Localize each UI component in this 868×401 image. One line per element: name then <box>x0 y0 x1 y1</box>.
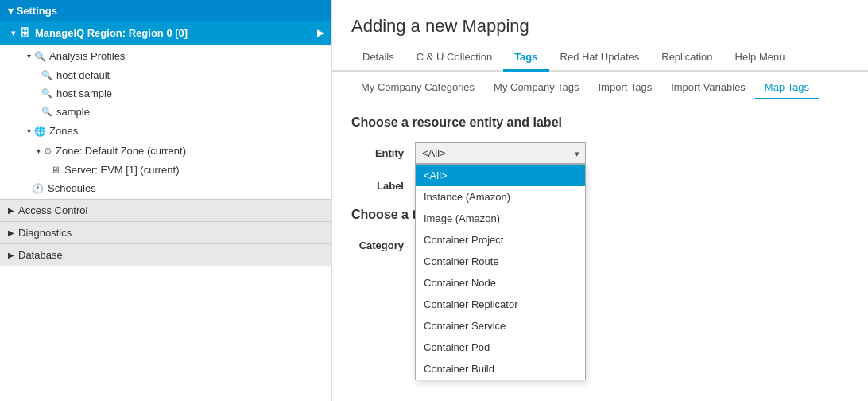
chevron-right-icon-ac: ▶ <box>8 206 14 215</box>
search-icon-sample: 🔍 <box>41 107 52 117</box>
analysis-item-label-0: host default <box>56 69 110 81</box>
dropdown-option-container-service[interactable]: Container Service <box>416 315 585 337</box>
region-item[interactable]: ▾ 🗄 ManageIQ Region: Region 0 [0] ▶ <box>0 21 331 45</box>
diagnostics-label: Diagnostics <box>18 227 72 239</box>
dropdown-option-image-amazon[interactable]: Image (Amazon) <box>416 208 585 229</box>
tabs-bar: Details C & U Collection Tags Red Hat Up… <box>332 45 868 72</box>
chevron-down-icon-zone: ▾ <box>37 146 41 155</box>
chevron-right-icon-db: ▶ <box>8 251 14 259</box>
zones-icon: 🌐 <box>34 126 46 137</box>
tab-cu-collection[interactable]: C & U Collection <box>405 45 503 72</box>
server-icon: 🖥 <box>51 165 60 176</box>
tab-tags[interactable]: Tags <box>503 45 548 72</box>
tab-details[interactable]: Details <box>351 45 405 72</box>
sidebar-item-host-default[interactable]: 🔍 host default <box>0 66 331 84</box>
tab-replication[interactable]: Replication <box>650 45 723 72</box>
sub-tab-import-variables[interactable]: Import Variables <box>661 76 755 99</box>
entity-dropdown-display[interactable]: <All> <box>415 142 586 164</box>
sub-tabs-bar: My Company Categories My Company Tags Im… <box>332 72 868 99</box>
sidebar-item-sample[interactable]: 🔍 sample <box>0 103 331 121</box>
sub-tab-my-company-categories[interactable]: My Company Categories <box>351 76 484 99</box>
zones-label: Zones <box>49 125 78 137</box>
content-area: Choose a resource entity and label Entit… <box>332 99 868 272</box>
entity-dropdown-list: <All> Instance (Amazon) Image (Amazon) C… <box>415 164 586 380</box>
region-expand-icon: ▾ <box>11 29 15 37</box>
entity-form-row: Entity <All> ▾ <All> Instance (Amazon) I… <box>351 142 849 164</box>
sub-tab-map-tags[interactable]: Map Tags <box>755 76 819 99</box>
server-label: Server: EVM [1] (current) <box>64 164 179 176</box>
page-title: Adding a new Mapping <box>332 0 868 45</box>
chevron-down-icon: ▾ <box>8 5 14 17</box>
tab-redhat-updates[interactable]: Red Hat Updates <box>549 45 651 72</box>
database-icon: 🗄 <box>20 27 30 39</box>
sub-tab-my-company-tags[interactable]: My Company Tags <box>484 76 588 99</box>
sidebar: ▾ Settings ▾ 🗄 ManageIQ Region: Region 0… <box>0 0 332 401</box>
sidebar-access-control[interactable]: ▶ Access Control <box>0 199 331 221</box>
category-label: Category <box>351 239 415 251</box>
dropdown-option-container-build[interactable]: Container Build <box>416 358 585 380</box>
schedules-label: Schedules <box>48 182 96 194</box>
sidebar-item-schedules[interactable]: 🕐 Schedules <box>0 179 331 197</box>
access-control-label: Access Control <box>18 204 87 216</box>
sidebar-item-zones[interactable]: ▾ 🌐 Zones <box>0 121 331 141</box>
entity-section-title: Choose a resource entity and label <box>351 115 849 130</box>
dropdown-option-container-replicator[interactable]: Container Replicator <box>416 294 585 315</box>
search-icon-analysis: 🔍 <box>34 51 46 62</box>
database-label: Database <box>18 249 63 261</box>
region-arrow-icon: ▶ <box>317 28 324 38</box>
analysis-item-label-2: sample <box>56 106 90 118</box>
sub-tab-import-tags[interactable]: Import Tags <box>588 76 661 99</box>
sidebar-database[interactable]: ▶ Database <box>0 243 331 266</box>
main-content: Adding a new Mapping Details C & U Colle… <box>332 0 868 401</box>
zone-icon: ⚙ <box>44 146 52 157</box>
analysis-item-label-1: host sample <box>56 88 112 99</box>
dropdown-option-container-pod[interactable]: Container Pod <box>416 337 585 358</box>
dropdown-option-instance-amazon[interactable]: Instance (Amazon) <box>416 186 585 208</box>
tab-help-menu[interactable]: Help Menu <box>724 45 796 72</box>
sidebar-item-default-zone[interactable]: ▾ ⚙ Zone: Default Zone (current) <box>0 141 331 161</box>
sidebar-item-host-sample[interactable]: 🔍 host sample <box>0 84 331 103</box>
search-icon-host-default: 🔍 <box>41 70 52 80</box>
search-icon-host-sample: 🔍 <box>41 88 52 99</box>
sidebar-item-server[interactable]: 🖥 Server: EVM [1] (current) <box>0 161 331 179</box>
label-label: Label <box>351 180 415 192</box>
chevron-down-icon-zones: ▾ <box>27 127 31 135</box>
region-label: ManageIQ Region: Region 0 [0] <box>35 27 188 39</box>
entity-dropdown-wrapper: <All> ▾ <All> Instance (Amazon) Image (A… <box>415 142 586 164</box>
settings-header[interactable]: ▾ Settings <box>0 0 331 21</box>
settings-label: Settings <box>17 5 57 17</box>
chevron-down-icon-analysis: ▾ <box>27 52 31 60</box>
clock-icon: 🕐 <box>32 183 44 194</box>
entity-label: Entity <box>351 147 415 159</box>
dropdown-option-all[interactable]: <All> <box>416 165 585 186</box>
sidebar-item-analysis-profiles[interactable]: ▾ 🔍 Analysis Profiles <box>0 46 331 66</box>
default-zone-label: Zone: Default Zone (current) <box>56 145 186 157</box>
analysis-profiles-label: Analysis Profiles <box>49 50 125 62</box>
dropdown-option-container-project[interactable]: Container Project <box>416 229 585 251</box>
sidebar-diagnostics[interactable]: ▶ Diagnostics <box>0 221 331 243</box>
dropdown-option-container-route[interactable]: Container Route <box>416 251 585 272</box>
chevron-right-icon-diag: ▶ <box>8 228 14 237</box>
sidebar-section-analysis: ▾ 🔍 Analysis Profiles 🔍 host default 🔍 h… <box>0 45 331 199</box>
dropdown-option-container-node[interactable]: Container Node <box>416 272 585 294</box>
